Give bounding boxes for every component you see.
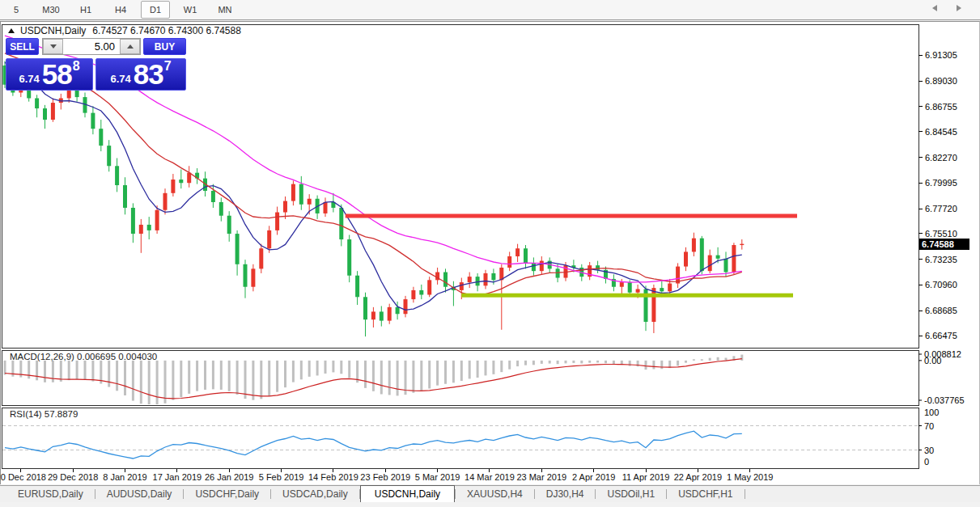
macd-histogram-bar bbox=[652, 361, 655, 370]
price-axis-label: 6.75510 bbox=[925, 229, 957, 239]
candle-down bbox=[244, 260, 248, 298]
macd-histogram-bar bbox=[516, 361, 519, 366]
candle-up bbox=[708, 250, 712, 273]
macd-histogram-bar bbox=[380, 361, 383, 395]
tab-scroll-left-icon[interactable] bbox=[932, 5, 940, 13]
price-axis-label: 6.89030 bbox=[925, 76, 957, 86]
chart-tab-usdcad-daily[interactable]: USDCAD,Daily bbox=[271, 486, 359, 502]
candle-up bbox=[692, 233, 696, 256]
macd-histogram-bar bbox=[677, 361, 679, 366]
price-axis-label: 6.91305 bbox=[925, 50, 957, 60]
candle-up bbox=[515, 244, 520, 262]
chart-tab-eurusd-daily[interactable]: EURUSD,Daily bbox=[6, 486, 95, 502]
candle-down bbox=[131, 203, 135, 243]
volume-decrease-button[interactable] bbox=[43, 39, 63, 54]
rsi-indicator-label: RSI(14) 57.8879 bbox=[10, 409, 78, 419]
macd-histogram-bar bbox=[108, 361, 110, 387]
volume-input[interactable]: 5.00 bbox=[63, 39, 120, 54]
tab-separator bbox=[745, 489, 745, 499]
candle-up bbox=[684, 247, 688, 271]
candle-up bbox=[251, 264, 255, 292]
macd-histogram-bar bbox=[477, 361, 479, 378]
price-axis-label: 6.77720 bbox=[925, 204, 957, 213]
candle-up bbox=[588, 262, 592, 280]
macd-histogram-bar bbox=[701, 359, 703, 361]
buy-price-big: 83 bbox=[134, 61, 163, 87]
chart-tab-usdoil-h1[interactable]: USDOil,H1 bbox=[596, 486, 666, 502]
chart-tab-bar: EURUSD,DailyAUDUSD,DailyUSDCHF,DailyUSDC… bbox=[0, 485, 980, 502]
date-label: 5 Mar 2019 bbox=[415, 472, 460, 482]
macd-histogram-bar bbox=[444, 361, 447, 384]
chart-tab-usdchf-daily[interactable]: USDCHF,Daily bbox=[184, 486, 270, 502]
chart-tab-usdcnh-daily[interactable]: USDCNH,Daily bbox=[360, 485, 455, 502]
macd-histogram-bar bbox=[236, 361, 239, 395]
candle-down bbox=[299, 176, 303, 210]
macd-histogram-bar bbox=[300, 361, 303, 379]
candle-down bbox=[147, 217, 151, 239]
macd-histogram-bar bbox=[524, 361, 527, 365]
candle-down bbox=[219, 197, 223, 221]
macd-histogram-bar bbox=[549, 361, 551, 364]
macd-histogram-bar bbox=[452, 361, 455, 382]
sell-button[interactable]: SELL bbox=[6, 38, 39, 55]
macd-histogram-bar bbox=[532, 361, 535, 365]
macd-histogram-bar bbox=[84, 361, 87, 380]
rsi-value: 57.8879 bbox=[45, 409, 78, 419]
candle-down bbox=[123, 177, 127, 214]
candle-up bbox=[171, 174, 175, 196]
candle-down bbox=[107, 140, 111, 171]
macd-histogram-bar bbox=[725, 357, 728, 360]
candle-down bbox=[380, 306, 384, 326]
chart-tab-dj30-h4[interactable]: DJ30,H4 bbox=[535, 486, 596, 502]
macd-histogram-bar bbox=[492, 361, 494, 374]
macd-histogram-bar bbox=[164, 361, 167, 403]
candle-up bbox=[540, 256, 544, 274]
candle-down bbox=[644, 285, 648, 331]
buy-price-prefix: 6.74 bbox=[110, 71, 130, 87]
candle-up bbox=[468, 273, 472, 289]
rsi-axis-label: 100 bbox=[924, 408, 939, 417]
price-axis-label: 6.68685 bbox=[925, 306, 957, 315]
macd-histogram-bar bbox=[220, 361, 223, 390]
candle-up bbox=[51, 98, 55, 121]
support-line[interactable] bbox=[461, 294, 793, 298]
buy-button[interactable]: BUY bbox=[143, 38, 186, 55]
candle-up bbox=[411, 287, 415, 303]
panel-collapse-icon[interactable] bbox=[8, 28, 15, 33]
macd-histogram-bar bbox=[460, 361, 463, 381]
date-label: 26 Jan 2019 bbox=[205, 472, 254, 482]
candle-up bbox=[676, 263, 680, 288]
macd-histogram-bar bbox=[709, 358, 711, 361]
macd-histogram-bar bbox=[364, 361, 367, 388]
macd-histogram-bar bbox=[340, 361, 342, 374]
tab-scroll-right-icon[interactable] bbox=[957, 5, 965, 13]
macd-histogram-bar bbox=[4, 361, 6, 375]
volume-increase-button[interactable] bbox=[120, 39, 140, 54]
candle-down bbox=[419, 285, 423, 299]
chart-tab-audusd-daily[interactable]: AUDUSD,Daily bbox=[95, 486, 184, 502]
chart-tab-xauusd-h4[interactable]: XAUUSD,H4 bbox=[456, 486, 534, 502]
date-label: 2 Apr 2019 bbox=[572, 472, 615, 482]
date-label: 8 Jan 2019 bbox=[103, 472, 146, 482]
macd-histogram-bar bbox=[140, 361, 142, 403]
price-axis-label: 6.66475 bbox=[925, 331, 957, 340]
candle-up bbox=[139, 219, 143, 253]
macd-histogram-bar bbox=[308, 361, 311, 377]
sell-price-button[interactable]: 6.74 58 8 bbox=[6, 58, 93, 91]
macd-main-value: 0.006695 bbox=[77, 352, 116, 361]
chart-tab-usdchf-h1[interactable]: USDCHF,H1 bbox=[667, 486, 744, 502]
candle-up bbox=[291, 180, 295, 205]
resistance-line[interactable] bbox=[346, 214, 797, 218]
date-label: 29 Dec 2018 bbox=[48, 472, 98, 482]
buy-price-button[interactable]: 6.74 83 7 bbox=[95, 58, 186, 91]
price-axis-label: 6.86755 bbox=[925, 102, 957, 112]
macd-signal-value: 0.004030 bbox=[118, 352, 157, 361]
rsi-axis-label: 0 bbox=[924, 457, 929, 467]
macd-histogram-bar bbox=[132, 361, 134, 401]
macd-histogram-bar bbox=[268, 361, 270, 396]
trading-platform-screen: 5M30H1H4D1W1MN 6.913056.890306.867556.84… bbox=[0, 0, 980, 507]
candle-up bbox=[324, 197, 328, 217]
candle-down bbox=[195, 168, 199, 184]
macd-histogram-bar bbox=[660, 361, 663, 369]
macd-histogram-bar bbox=[541, 361, 543, 364]
